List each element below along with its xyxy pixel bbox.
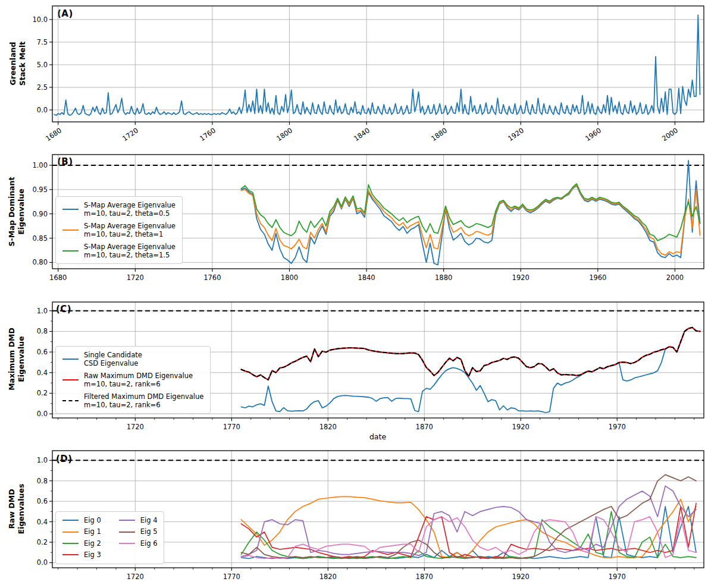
x-tick-label: 1840 bbox=[343, 126, 371, 149]
panel-c-y-axis-title: Maximum DMD Eigenvalue bbox=[7, 328, 27, 391]
x-tick-label: 1920 bbox=[497, 126, 525, 149]
legend: Eig 0Eig 1Eig 2Eig 3Eig 4Eig 5Eig 6 bbox=[55, 511, 164, 564]
x-tick-label: 1800 bbox=[281, 273, 298, 282]
y-tick-label: 2.5 bbox=[18, 83, 48, 92]
y-tick-label: 0.0 bbox=[18, 410, 48, 418]
figure: (A) (B) (C) (D) Greenland Stack Melt S-M… bbox=[0, 0, 708, 588]
legend-item: Single Candidate CSD Eigenvalue bbox=[62, 351, 203, 368]
legend-item-label: S-Map Average Eigenvalue m=10, tau=2, th… bbox=[84, 201, 176, 218]
legend-item-label: Eig 1 bbox=[84, 527, 101, 536]
y-tick-label: 0.90 bbox=[18, 210, 48, 218]
legend-item: Eig 4 bbox=[119, 516, 158, 524]
legend-line-sample bbox=[62, 229, 79, 231]
legend-line-sample bbox=[62, 209, 79, 210]
legend-item: S-Map Average Eigenvalue m=10, tau=2, th… bbox=[62, 243, 176, 260]
y-tick-label: 0.2 bbox=[18, 538, 48, 546]
x-tick-label: 1880 bbox=[420, 126, 448, 149]
legend-item-label: S-Map Average Eigenvalue m=10, tau=2, th… bbox=[84, 222, 176, 239]
y-tick-label: 0.2 bbox=[18, 389, 48, 397]
x-tick-label: 1870 bbox=[416, 423, 433, 431]
legend-item-label: Eig 5 bbox=[140, 527, 158, 536]
legend-item: S-Map Average Eigenvalue m=10, tau=2, th… bbox=[62, 222, 176, 239]
x-tick-label: 1680 bbox=[49, 273, 67, 282]
y-tick-label: 10.0 bbox=[18, 15, 48, 24]
x-tick-label: 2000 bbox=[651, 126, 679, 149]
x-tick-label: 1770 bbox=[223, 573, 240, 581]
legend: S-Map Average Eigenvalue m=10, tau=2, th… bbox=[55, 196, 183, 264]
x-tick-label: 1960 bbox=[574, 126, 602, 149]
legend-item-label: Eig 3 bbox=[84, 551, 101, 559]
series-greenland-stack-melt bbox=[54, 15, 700, 115]
x-tick-label: 1970 bbox=[609, 423, 626, 431]
x-tick-label: 1680 bbox=[35, 126, 62, 149]
y-tick-label: 5.0 bbox=[18, 61, 48, 69]
x-tick-label: 1800 bbox=[266, 126, 294, 149]
y-tick-label: 0.85 bbox=[18, 234, 48, 243]
x-tick-label: 1770 bbox=[223, 423, 240, 431]
x-tick-label: 1720 bbox=[112, 126, 140, 149]
series-single-candidate-csd-eigenvalue bbox=[242, 328, 700, 413]
y-tick-label: 1.0 bbox=[18, 456, 48, 464]
series-eig-6 bbox=[242, 517, 697, 559]
legend-item: Eig 5 bbox=[119, 527, 158, 536]
y-tick-label: 1.0 bbox=[18, 307, 48, 315]
legend-item-label: Single Candidate CSD Eigenvalue bbox=[84, 351, 142, 368]
x-tick-label: 1920 bbox=[512, 273, 530, 282]
legend-item: Filtered Maximum DMD Eigenvalue m=10, ta… bbox=[62, 392, 203, 410]
legend-line-sample bbox=[62, 379, 79, 381]
legend-item-label: Eig 2 bbox=[84, 539, 101, 548]
x-tick-label: 1760 bbox=[203, 273, 221, 282]
y-tick-label: 0.0 bbox=[18, 106, 48, 114]
legend-line-sample bbox=[62, 554, 79, 555]
series-eig-3 bbox=[242, 504, 697, 559]
x-tick-label: 1880 bbox=[435, 273, 452, 282]
legend-item: Eig 2 bbox=[62, 539, 101, 548]
x-tick-label: 1720 bbox=[127, 423, 144, 431]
legend-item-label: Raw Maximum DMD Eigenvalue m=10, tau=2, … bbox=[84, 372, 193, 389]
series-s-map-average-eigenvalue-m-10-tau-2-theta-1-5 bbox=[242, 184, 700, 241]
x-tick-label: 2000 bbox=[666, 273, 684, 282]
y-tick-label: 1.00 bbox=[18, 161, 48, 169]
legend-line-sample bbox=[62, 250, 79, 251]
legend-line-sample bbox=[119, 532, 135, 533]
x-axis-title: date bbox=[369, 432, 386, 441]
x-tick-label: 1720 bbox=[127, 573, 144, 581]
legend-item: Raw Maximum DMD Eigenvalue m=10, tau=2, … bbox=[62, 372, 203, 389]
legend-item: Eig 3 bbox=[62, 551, 101, 559]
series-eig-2 bbox=[242, 511, 697, 558]
y-tick-label: 0.95 bbox=[18, 185, 48, 194]
y-tick-label: 0.4 bbox=[18, 518, 48, 526]
legend-line-sample bbox=[62, 359, 79, 360]
legend-item: S-Map Average Eigenvalue m=10, tau=2, th… bbox=[62, 201, 176, 218]
series-filtered-maximum-dmd-eigenvalue bbox=[242, 328, 700, 380]
legend-item-label: Filtered Maximum DMD Eigenvalue m=10, ta… bbox=[84, 392, 203, 410]
legend-line-sample bbox=[62, 543, 79, 544]
legend-item: Eig 0 bbox=[62, 516, 101, 524]
x-tick-label: 1760 bbox=[189, 126, 217, 149]
y-tick-label: 0.8 bbox=[18, 477, 48, 485]
y-tick-label: 0.8 bbox=[18, 327, 48, 335]
legend-item: Eig 1 bbox=[62, 527, 101, 536]
y-tick-label: 0.6 bbox=[18, 497, 48, 505]
y-tick-label: 0.0 bbox=[18, 558, 48, 567]
x-tick-label: 1720 bbox=[127, 273, 144, 282]
legend-line-sample bbox=[62, 400, 79, 401]
y-tick-label: 0.4 bbox=[18, 369, 48, 377]
x-tick-label: 1820 bbox=[319, 423, 337, 431]
legend: Single Candidate CSD EigenvalueRaw Maxim… bbox=[55, 346, 211, 414]
y-tick-label: 0.6 bbox=[18, 348, 48, 356]
panel-a-plot bbox=[52, 6, 704, 122]
legend-item-label: Eig 4 bbox=[140, 516, 158, 524]
x-tick-label: 1920 bbox=[512, 423, 530, 431]
legend-line-sample bbox=[62, 532, 79, 533]
x-tick-label: 1920 bbox=[512, 573, 530, 581]
x-tick-label: 1970 bbox=[609, 573, 626, 581]
legend-item-label: Eig 6 bbox=[140, 539, 158, 548]
x-tick-label: 1820 bbox=[319, 573, 337, 581]
legend-line-sample bbox=[119, 520, 135, 521]
legend-line-sample bbox=[62, 520, 79, 521]
panel-d-y-axis-title: Raw DMD Eigenvalues bbox=[7, 484, 27, 534]
legend-item: Eig 6 bbox=[119, 539, 158, 548]
y-tick-label: 7.5 bbox=[18, 38, 48, 46]
legend-item-label: S-Map Average Eigenvalue m=10, tau=2, th… bbox=[84, 243, 176, 260]
